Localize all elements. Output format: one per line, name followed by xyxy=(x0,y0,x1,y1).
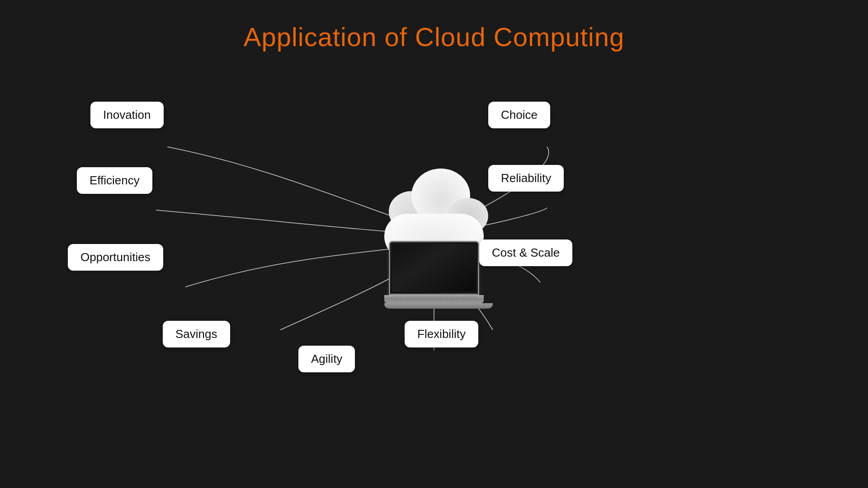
laptop-shape xyxy=(384,241,484,313)
diagram-container: Inovation Efficiency Opportunities Savin… xyxy=(0,63,868,488)
node-efficiency: Efficiency xyxy=(77,167,152,194)
node-agility: Agility xyxy=(298,346,355,372)
page-title: Application of Cloud Computing xyxy=(0,0,868,52)
node-innovation: Inovation xyxy=(90,102,164,128)
node-choice: Choice xyxy=(488,102,550,128)
node-cost-scale: Cost & Scale xyxy=(479,239,572,266)
node-reliability: Reliability xyxy=(488,165,564,192)
node-opportunities: Opportunities xyxy=(68,244,163,271)
node-savings: Savings xyxy=(163,321,230,347)
node-flexibility: Flexibility xyxy=(405,321,478,347)
